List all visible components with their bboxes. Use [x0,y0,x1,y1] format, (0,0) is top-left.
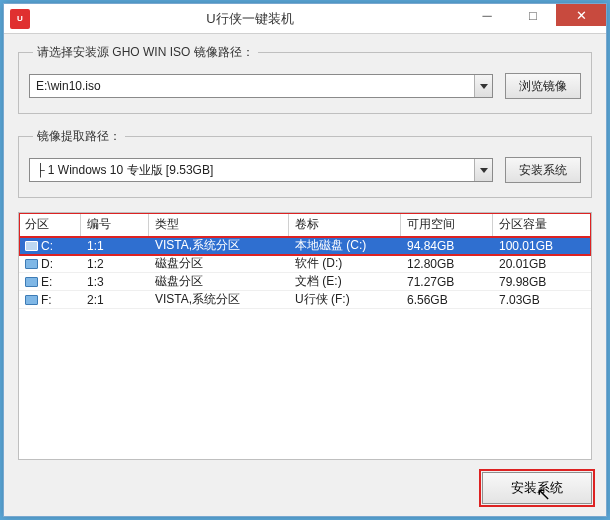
install-system-small-button[interactable]: 安装系统 [505,157,581,183]
maximize-button[interactable]: □ [510,4,556,26]
col-header-label[interactable]: 卷标 [289,213,401,236]
table-cell-drive: E: [19,274,81,290]
table-cell-type: 磁盘分区 [149,254,289,273]
table-cell-type: 磁盘分区 [149,272,289,291]
table-cell-free: 12.80GB [401,256,493,272]
col-header-free[interactable]: 可用空间 [401,213,493,236]
table-cell-label: 软件 (D:) [289,254,401,273]
window-buttons: ─ □ ✕ [464,4,606,33]
footer: 安装系统 ↖ [18,460,592,504]
table-cell-drive: F: [19,292,81,308]
table-row[interactable]: F:2:1VISTA,系统分区U行侠 (F:)6.56GB7.03GB [19,291,591,309]
table-cell-num: 1:2 [81,256,149,272]
table-cell-num: 2:1 [81,292,149,308]
table-cell-type: VISTA,系统分区 [149,290,289,309]
partition-table: 分区 编号 类型 卷标 可用空间 分区容量 C:1:1VISTA,系统分区本地磁… [18,212,592,460]
table-row[interactable]: C:1:1VISTA,系统分区本地磁盘 (C:)94.84GB100.01GB [19,237,591,255]
table-cell-size: 100.01GB [493,238,591,254]
app-icon: U [10,9,30,29]
col-header-size[interactable]: 分区容量 [493,213,591,236]
table-cell-free: 94.84GB [401,238,493,254]
table-cell-free: 71.27GB [401,274,493,290]
browse-image-button[interactable]: 浏览镜像 [505,73,581,99]
table-body: C:1:1VISTA,系统分区本地磁盘 (C:)94.84GB100.01GBD… [19,237,591,459]
extract-edition-dropdown-button[interactable] [474,159,492,181]
extract-legend: 镜像提取路径： [33,128,125,145]
table-row[interactable]: E:1:3磁盘分区文档 (E:)71.27GB79.98GB [19,273,591,291]
table-cell-label: U行侠 (F:) [289,290,401,309]
table-cell-size: 7.03GB [493,292,591,308]
close-button[interactable]: ✕ [556,4,606,26]
table-cell-type: VISTA,系统分区 [149,237,289,255]
table-cell-drive: C: [19,238,81,254]
extract-edition-value: ├ 1 Windows 10 专业版 [9.53GB] [30,162,474,179]
table-cell-num: 1:1 [81,238,149,254]
drive-icon [25,241,38,251]
extract-edition-combo[interactable]: ├ 1 Windows 10 专业版 [9.53GB] [29,158,493,182]
table-cell-size: 79.98GB [493,274,591,290]
window-title: U行侠一键装机 [36,10,464,28]
source-path-dropdown-button[interactable] [474,75,492,97]
table-cell-free: 6.56GB [401,292,493,308]
table-cell-label: 本地磁盘 (C:) [289,237,401,255]
table-header: 分区 编号 类型 卷标 可用空间 分区容量 [19,213,591,237]
drive-icon [25,295,38,305]
table-cell-label: 文档 (E:) [289,272,401,291]
col-header-num[interactable]: 编号 [81,213,149,236]
install-system-label: 安装系统 [511,479,563,497]
extract-group: 镜像提取路径： ├ 1 Windows 10 专业版 [9.53GB] 安装系统 [18,128,592,198]
source-legend: 请选择安装源 GHO WIN ISO 镜像路径： [33,44,258,61]
chevron-down-icon [480,168,488,173]
titlebar: U U行侠一键装机 ─ □ ✕ [4,4,606,34]
client-area: 请选择安装源 GHO WIN ISO 镜像路径： E:\win10.iso 浏览… [4,34,606,516]
drive-icon [25,259,38,269]
chevron-down-icon [480,84,488,89]
source-group: 请选择安装源 GHO WIN ISO 镜像路径： E:\win10.iso 浏览… [18,44,592,114]
drive-icon [25,277,38,287]
table-row[interactable]: D:1:2磁盘分区软件 (D:)12.80GB20.01GB [19,255,591,273]
table-cell-size: 20.01GB [493,256,591,272]
table-cell-drive: D: [19,256,81,272]
source-path-combo[interactable]: E:\win10.iso [29,74,493,98]
app-window: U U行侠一键装机 ─ □ ✕ 请选择安装源 GHO WIN ISO 镜像路径：… [3,3,607,517]
col-header-type[interactable]: 类型 [149,213,289,236]
minimize-button[interactable]: ─ [464,4,510,26]
install-system-button[interactable]: 安装系统 ↖ [482,472,592,504]
col-header-drive[interactable]: 分区 [19,213,81,236]
source-path-value: E:\win10.iso [30,79,474,93]
table-cell-num: 1:3 [81,274,149,290]
